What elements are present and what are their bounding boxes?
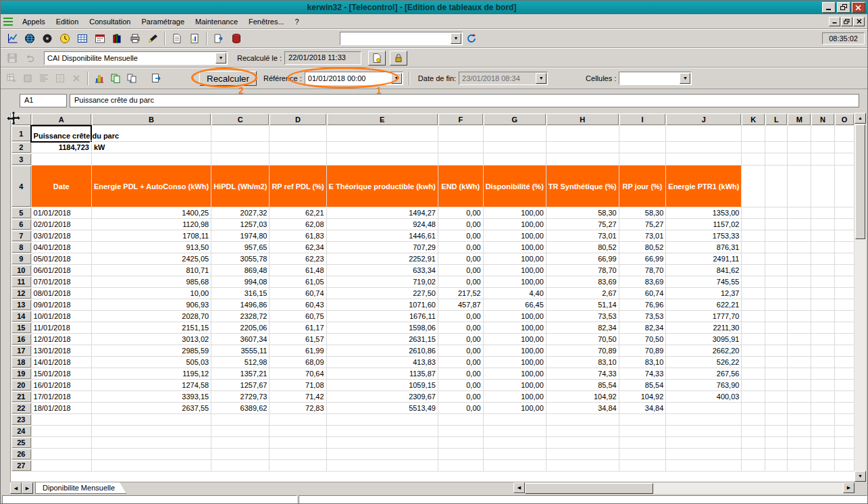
cell-J17[interactable]: 2662,20 — [666, 345, 742, 357]
cell-E18[interactable]: 413,83 — [326, 357, 438, 368]
cell-I2[interactable] — [619, 142, 666, 153]
cell-L15[interactable] — [765, 322, 788, 334]
cell-L5[interactable] — [765, 207, 788, 219]
cell-G23[interactable] — [483, 414, 546, 426]
delete-icon[interactable] — [68, 71, 84, 86]
cell-N4[interactable] — [811, 166, 835, 207]
cell-D1[interactable] — [270, 126, 326, 142]
cell-K4[interactable] — [742, 166, 765, 207]
cell-F13[interactable]: 457,87 — [438, 299, 483, 311]
cell-I12[interactable]: 60,74 — [619, 288, 666, 299]
undo-icon[interactable] — [21, 51, 39, 66]
cell-C7[interactable]: 1974,80 — [211, 230, 270, 242]
cell-I15[interactable]: 82,34 — [619, 322, 666, 334]
cell-A1[interactable]: Puissance crête du parc — [31, 126, 91, 142]
cell-D8[interactable]: 62,34 — [270, 242, 326, 253]
cell-E25[interactable] — [326, 437, 438, 449]
cell-I20[interactable]: 85,54 — [619, 380, 666, 391]
cell-N7[interactable] — [811, 230, 835, 242]
cell-A25[interactable] — [31, 437, 91, 449]
cell-F22[interactable]: 0,00 — [438, 403, 483, 414]
cell-K21[interactable] — [742, 391, 765, 403]
column-header-D[interactable]: D — [270, 114, 326, 126]
end-date-combobox[interactable]: 23/01/2018 08:34 ▼ — [459, 72, 548, 85]
cell-O1[interactable] — [834, 126, 854, 142]
cell-I7[interactable]: 73,01 — [619, 230, 666, 242]
cell-B13[interactable]: 906,93 — [91, 299, 211, 311]
cell-H19[interactable]: 74,33 — [546, 368, 619, 380]
cell-L17[interactable] — [765, 345, 788, 357]
cell-F10[interactable]: 0,00 — [438, 265, 483, 276]
row-header-9[interactable]: 9 — [11, 253, 32, 265]
cell-M20[interactable] — [788, 380, 811, 391]
menu-consultation[interactable]: Consultation — [84, 16, 136, 28]
vertical-scroll-track[interactable] — [854, 240, 866, 471]
cell-I25[interactable] — [619, 437, 666, 449]
cell-G2[interactable] — [483, 142, 546, 153]
selection-fill-handle[interactable] — [90, 140, 93, 143]
cell-F14[interactable]: 0,00 — [438, 311, 483, 322]
refresh-icon[interactable] — [463, 31, 480, 46]
cell-G22[interactable]: 100,00 — [483, 403, 546, 414]
cell-F12[interactable]: 217,52 — [438, 288, 483, 299]
cell-F27[interactable] — [438, 460, 483, 472]
cell-H18[interactable]: 83,10 — [546, 357, 619, 368]
cell-C3[interactable] — [211, 153, 270, 166]
cell-K26[interactable] — [742, 449, 765, 460]
row-header-2[interactable]: 2 — [11, 142, 32, 153]
cell-A3[interactable] — [31, 153, 91, 166]
cell-J20[interactable]: 763,90 — [666, 380, 742, 391]
cell-J24[interactable] — [666, 426, 742, 437]
cell-H26[interactable] — [546, 449, 619, 460]
cell-O8[interactable] — [834, 242, 854, 253]
cell-H15[interactable]: 82,34 — [546, 322, 619, 334]
cell-O5[interactable] — [834, 207, 854, 219]
cell-I23[interactable] — [619, 414, 666, 426]
select-all-corner[interactable] — [11, 114, 32, 126]
horizontal-scroll-thumb[interactable] — [525, 483, 653, 494]
cell-N6[interactable] — [811, 219, 835, 230]
cell-D7[interactable]: 61,83 — [270, 230, 326, 242]
cell-E4[interactable]: E Théorique productible (kwh) — [326, 166, 438, 207]
cell-L6[interactable] — [765, 219, 788, 230]
cell-F5[interactable]: 0,00 — [438, 207, 483, 219]
cell-L2[interactable] — [765, 142, 788, 153]
cell-B5[interactable]: 1400,25 — [91, 207, 211, 219]
cell-N27[interactable] — [811, 460, 835, 472]
row-header-22[interactable]: 22 — [11, 403, 32, 414]
cell-E26[interactable] — [326, 449, 438, 460]
cell-I11[interactable]: 83,69 — [619, 276, 666, 288]
cell-N11[interactable] — [811, 276, 835, 288]
cell-E1[interactable] — [326, 126, 438, 142]
cell-O9[interactable] — [834, 253, 854, 265]
cell-C25[interactable] — [211, 437, 270, 449]
menu-maintenance[interactable]: Maintenance — [190, 16, 243, 28]
cell-O17[interactable] — [834, 345, 854, 357]
cell-D20[interactable]: 71,08 — [270, 380, 326, 391]
cell-C26[interactable] — [211, 449, 270, 460]
cell-M21[interactable] — [788, 391, 811, 403]
cell-A23[interactable] — [31, 414, 91, 426]
cell-I17[interactable]: 70,89 — [619, 345, 666, 357]
cell-M16[interactable] — [788, 334, 811, 345]
cell-A6[interactable]: 02/01/2018 — [31, 219, 91, 230]
cell-H11[interactable]: 83,69 — [546, 276, 619, 288]
properties-icon[interactable] — [368, 51, 386, 66]
cell-M1[interactable] — [788, 126, 811, 142]
cell-F8[interactable]: 0,00 — [438, 242, 483, 253]
cell-O22[interactable] — [834, 403, 854, 414]
cell-B12[interactable]: 10,00 — [91, 288, 211, 299]
cell-N24[interactable] — [811, 426, 835, 437]
cell-D25[interactable] — [270, 437, 326, 449]
chevron-down-icon[interactable]: ▼ — [215, 53, 226, 64]
cell-G27[interactable] — [483, 460, 546, 472]
cell-H25[interactable] — [546, 437, 619, 449]
cell-N16[interactable] — [811, 334, 835, 345]
cell-E9[interactable]: 2252,91 — [326, 253, 438, 265]
cell-C5[interactable]: 2027,32 — [211, 207, 270, 219]
cell-K7[interactable] — [742, 230, 765, 242]
cell-K25[interactable] — [742, 437, 765, 449]
books-icon[interactable] — [109, 31, 126, 46]
mdi-minimize-button[interactable] — [829, 17, 840, 26]
cell-K14[interactable] — [742, 311, 765, 322]
